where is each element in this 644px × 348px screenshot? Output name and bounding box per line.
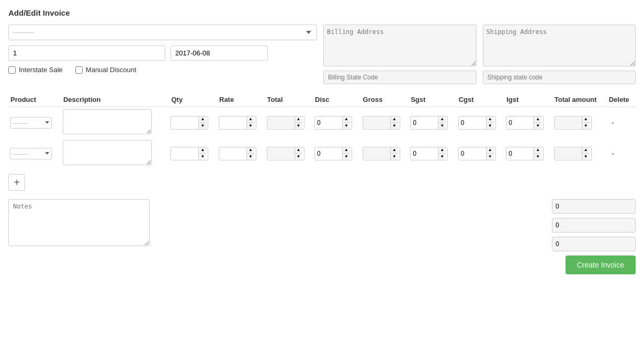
col-total: Total bbox=[265, 92, 313, 107]
col-disc: Disc bbox=[313, 92, 361, 107]
col-total-amount: Total amount bbox=[552, 92, 607, 107]
total-val-1[interactable] bbox=[552, 200, 636, 213]
totals-section: ▲ ▼ ▲ ▼ ▲ ▼ bbox=[552, 199, 636, 251]
row-1-description[interactable] bbox=[63, 140, 152, 165]
total-spinner-3[interactable]: ▲ ▼ bbox=[552, 237, 636, 251]
invoice-date-input[interactable] bbox=[171, 45, 268, 61]
row-1-total-amount[interactable]: ▲▼ bbox=[554, 147, 592, 160]
customer-select[interactable]: ---------- bbox=[8, 25, 317, 40]
col-product: Product bbox=[8, 92, 61, 107]
row-1-igst[interactable]: ▲▼ bbox=[506, 147, 544, 160]
page-title: Add/Edit Invoice bbox=[8, 8, 636, 17]
row-0-cgst[interactable]: ▲▼ bbox=[458, 116, 496, 130]
row-0-product-select[interactable]: -------- bbox=[10, 117, 52, 129]
row-1-product-select[interactable]: -------- bbox=[10, 148, 52, 159]
row-0-total[interactable]: ▲▼ bbox=[267, 116, 304, 130]
col-gross: Gross bbox=[361, 92, 409, 107]
col-rate: Rate bbox=[217, 92, 265, 107]
manual-discount-checkbox-label[interactable]: Manual Discount bbox=[75, 66, 137, 74]
col-cgst: Cgst bbox=[457, 92, 505, 107]
row-1-qty[interactable]: ▲▼ bbox=[171, 147, 208, 160]
shipping-address-input[interactable] bbox=[483, 25, 636, 66]
row-0-description[interactable] bbox=[63, 109, 152, 134]
row-0-disc[interactable]: ▲▼ bbox=[314, 116, 352, 130]
total-spinner-1[interactable]: ▲ ▼ bbox=[552, 199, 636, 214]
row-1-sgst[interactable]: ▲▼ bbox=[410, 147, 448, 160]
interstate-sale-checkbox-label[interactable]: Interstate Sale bbox=[8, 66, 63, 74]
total-spinner-2[interactable]: ▲ ▼ bbox=[552, 218, 636, 233]
col-description: Description bbox=[61, 92, 170, 107]
row-1-cgst[interactable]: ▲▼ bbox=[458, 147, 496, 160]
row-0-total-amount[interactable]: ▲▼ bbox=[554, 116, 592, 130]
create-invoice-button[interactable]: Create Invoice bbox=[566, 256, 636, 274]
table-row: --------▲▼▲▼▲▼▲▼▲▼▲▼▲▼▲▼▲▼- bbox=[8, 107, 636, 138]
col-qty: Qty bbox=[169, 92, 217, 107]
row-0-qty[interactable]: ▲▼ bbox=[171, 116, 208, 130]
row-0-rate[interactable]: ▲▼ bbox=[219, 116, 256, 130]
items-table: Product Description Qty Rate Total Disc … bbox=[8, 92, 636, 169]
row-0-gross[interactable]: ▲▼ bbox=[363, 116, 400, 130]
add-row-button[interactable]: + bbox=[8, 174, 25, 191]
row-1-rate[interactable]: ▲▼ bbox=[219, 147, 256, 160]
row-1-gross[interactable]: ▲▼ bbox=[363, 147, 400, 160]
row-1-delete-button[interactable]: - bbox=[608, 148, 617, 159]
interstate-sale-checkbox[interactable] bbox=[8, 66, 16, 74]
invoice-number-input[interactable] bbox=[8, 45, 165, 61]
manual-discount-label: Manual Discount bbox=[86, 66, 137, 74]
col-sgst: Sgst bbox=[409, 92, 457, 107]
total-val-3[interactable] bbox=[552, 237, 636, 251]
row-0-sgst[interactable]: ▲▼ bbox=[410, 116, 448, 130]
manual-discount-checkbox[interactable] bbox=[75, 66, 83, 74]
row-0-delete-button[interactable]: - bbox=[608, 117, 617, 129]
col-igst: Igst bbox=[504, 92, 552, 107]
billing-address-input[interactable] bbox=[323, 25, 477, 66]
row-0-igst[interactable]: ▲▼ bbox=[506, 116, 544, 130]
total-val-2[interactable] bbox=[552, 218, 636, 232]
notes-input[interactable] bbox=[8, 199, 150, 246]
billing-state-code-input[interactable] bbox=[323, 71, 477, 84]
shipping-state-code-input[interactable] bbox=[483, 71, 636, 84]
table-row: --------▲▼▲▼▲▼▲▼▲▼▲▼▲▼▲▼▲▼- bbox=[8, 138, 636, 169]
row-1-total[interactable]: ▲▼ bbox=[267, 147, 304, 160]
row-1-disc[interactable]: ▲▼ bbox=[314, 147, 352, 160]
interstate-sale-label: Interstate Sale bbox=[19, 66, 63, 74]
col-delete: Delete bbox=[607, 92, 636, 107]
